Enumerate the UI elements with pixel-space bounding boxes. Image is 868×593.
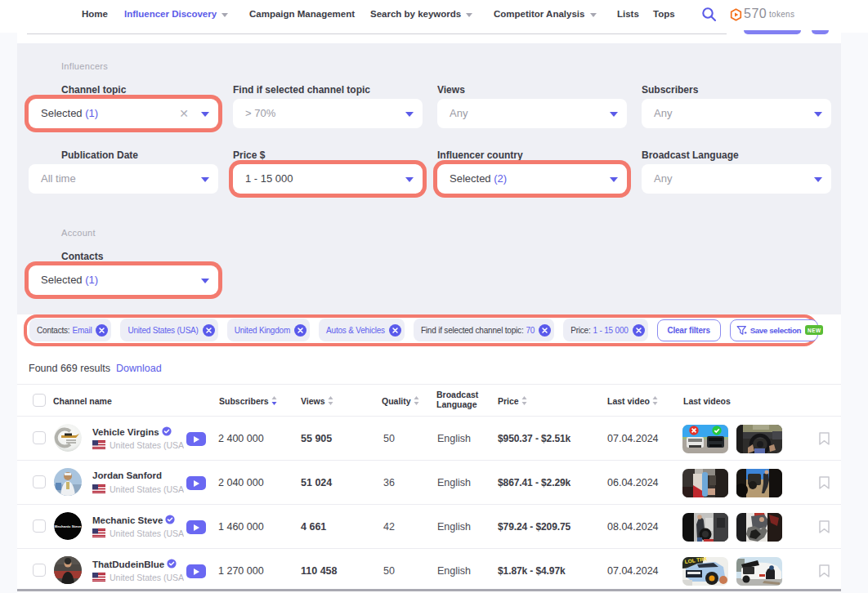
svg-text:Mechanic Steve: Mechanic Steve	[55, 524, 82, 528]
